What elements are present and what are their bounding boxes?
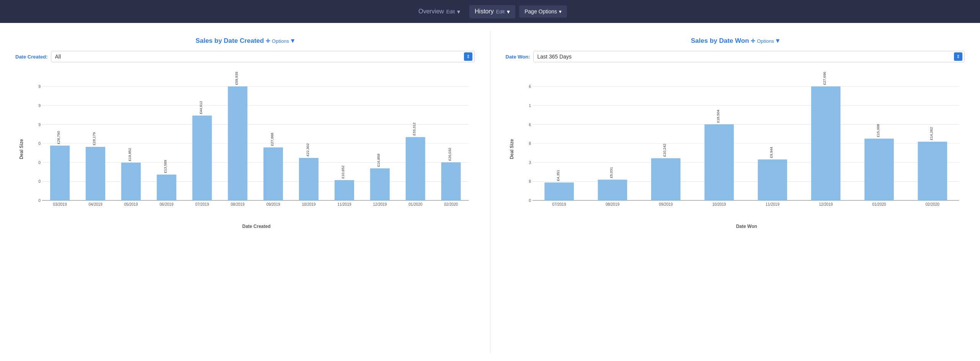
top-navigation: Overview Edit ▾ History Edit ▾ Page Opti… [0,0,980,23]
svg-text:£10,242: £10,242 [662,143,666,156]
svg-rect-29 [228,86,247,200]
svg-text:£4,598: £4,598 [529,179,531,184]
left-chart-panel: Sales by Date Created ✛ Options ▾ Date C… [8,31,482,353]
svg-text:£19,960: £19,960 [38,161,41,165]
right-chart-filter-label[interactable]: Date Won: [506,54,530,60]
svg-text:£22,302: £22,302 [305,143,310,156]
right-chart-title: Sales by Date Won [691,37,749,44]
svg-rect-44 [406,137,425,200]
svg-text:£5,031: £5,031 [609,167,613,178]
left-chart-filter-wrap: All Last 30 Days Last 90 Days Last 365 D… [51,51,475,62]
svg-text:£9,944: £9,944 [769,147,773,158]
right-chart-move-icon[interactable]: ✛ [751,38,757,44]
svg-rect-67 [598,180,627,200]
right-chart-options-chevron[interactable]: ▾ [776,37,779,44]
left-chart-svg: £0£9,950£19,960£29,970£39,919£49,929£59,… [38,69,475,222]
page-options-button[interactable]: Page Options ▾ [519,5,567,18]
svg-text:£18,504: £18,504 [715,110,720,123]
svg-text:04/2019: 04/2019 [88,202,103,207]
svg-text:07/2019: 07/2019 [552,202,566,207]
svg-text:£0: £0 [38,198,41,203]
svg-text:£9,950: £9,950 [38,179,41,184]
left-chart-move-icon[interactable]: ✛ [266,38,272,44]
svg-text:£27,868: £27,868 [270,133,274,146]
svg-rect-23 [157,175,176,200]
left-chart-y-axis-label: Deal Size [19,139,24,159]
svg-text:£19,852: £19,852 [127,148,132,161]
svg-text:08/2019: 08/2019 [605,202,619,207]
svg-text:£10,652: £10,652 [341,166,345,179]
nav-overview-label: Overview [418,8,444,15]
right-chart-area: £0£4,598£9,223£13,848£18,446£23,071£27,6… [529,69,965,222]
svg-rect-32 [263,147,283,200]
svg-rect-73 [704,124,734,200]
svg-text:05/2019: 05/2019 [124,202,138,207]
svg-text:08/2019: 08/2019 [231,202,245,207]
svg-rect-20 [121,163,141,200]
main-content: Sales by Date Created ✛ Options ▾ Date C… [0,23,980,361]
left-chart-filter-select[interactable]: All Last 30 Days Last 90 Days Last 365 D… [51,51,475,62]
svg-text:£13,569: £13,569 [163,160,167,173]
nav-overview-edit[interactable]: Edit [446,9,455,15]
svg-text:£27,696: £27,696 [822,72,826,85]
nav-overview[interactable]: Overview Edit ▾ [413,5,466,18]
svg-text:02/2020: 02/2020 [444,202,458,207]
svg-text:11/2019: 11/2019 [765,202,779,207]
svg-rect-26 [192,115,212,200]
svg-rect-38 [335,180,354,200]
svg-rect-79 [811,86,840,200]
svg-text:01/2020: 01/2020 [872,202,886,207]
svg-rect-82 [864,139,894,200]
right-chart-container: Deal Size £0£4,598£9,223£13,848£18,446£2… [506,69,965,229]
svg-text:£28,790: £28,790 [56,131,60,144]
page-options-chevron: ▾ [559,8,562,15]
nav-history[interactable]: History Edit ▾ [469,5,515,18]
svg-text:£23,071: £23,071 [529,104,531,108]
svg-text:02/2020: 02/2020 [925,202,939,207]
right-chart-options-link[interactable]: Options [757,38,774,44]
right-chart-y-axis-label: Deal Size [509,139,514,159]
right-chart-filter-wrap: Last 365 Days All Last 30 Days Last 90 D… [533,51,965,62]
svg-text:10/2019: 10/2019 [712,202,726,207]
right-chart-filter-select[interactable]: Last 365 Days All Last 30 Days Last 90 D… [533,51,965,62]
svg-text:£29,970: £29,970 [38,141,41,146]
svg-text:£0: £0 [529,198,531,203]
svg-text:£20,032: £20,032 [448,148,452,161]
svg-text:12/2019: 12/2019 [819,202,833,207]
nav-history-label: History [475,8,494,15]
svg-text:£39,919: £39,919 [38,123,41,127]
nav-overview-chevron: ▾ [457,8,460,15]
svg-rect-17 [86,147,105,200]
right-chart-panel: Sales by Date Won ✛ Options ▾ Date Won: … [498,31,973,353]
svg-rect-35 [299,158,318,200]
svg-rect-14 [50,146,70,200]
svg-rect-64 [544,182,574,200]
right-chart-title-row: Sales by Date Won ✛ Options ▾ [506,37,965,45]
nav-history-chevron: ▾ [507,8,510,15]
svg-text:12/2019: 12/2019 [373,202,387,207]
svg-text:09/2019: 09/2019 [266,202,281,207]
svg-text:03/2019: 03/2019 [53,202,67,207]
svg-rect-41 [370,168,390,200]
svg-text:£16,858: £16,858 [376,154,381,167]
svg-text:07/2019: 07/2019 [195,202,209,207]
left-chart-title-row: Sales by Date Created ✛ Options ▾ [15,37,475,45]
svg-text:£33,312: £33,312 [412,122,416,135]
right-chart-x-axis-label: Date Won [529,224,965,229]
left-chart-area: £0£9,950£19,960£29,970£39,919£49,929£59,… [38,69,475,222]
left-chart-filter-row: Date Created: All Last 30 Days Last 90 D… [15,51,475,62]
svg-text:£27,696: £27,696 [529,85,531,89]
svg-text:09/2019: 09/2019 [659,202,673,207]
left-chart-options-link[interactable]: Options [272,38,289,44]
nav-history-edit[interactable]: Edit [496,9,505,15]
svg-text:06/2019: 06/2019 [160,202,174,207]
left-chart-options-chevron[interactable]: ▾ [291,37,294,44]
svg-text:£49,929: £49,929 [38,104,41,108]
svg-text:£9,223: £9,223 [529,161,531,165]
svg-rect-85 [918,142,947,200]
svg-text:01/2020: 01/2020 [408,202,423,207]
svg-text:£15,008: £15,008 [875,124,880,137]
right-chart-svg: £0£4,598£9,223£13,848£18,446£23,071£27,6… [529,69,965,222]
svg-text:£59,939: £59,939 [234,72,238,85]
left-chart-filter-label[interactable]: Date Created: [15,54,48,60]
